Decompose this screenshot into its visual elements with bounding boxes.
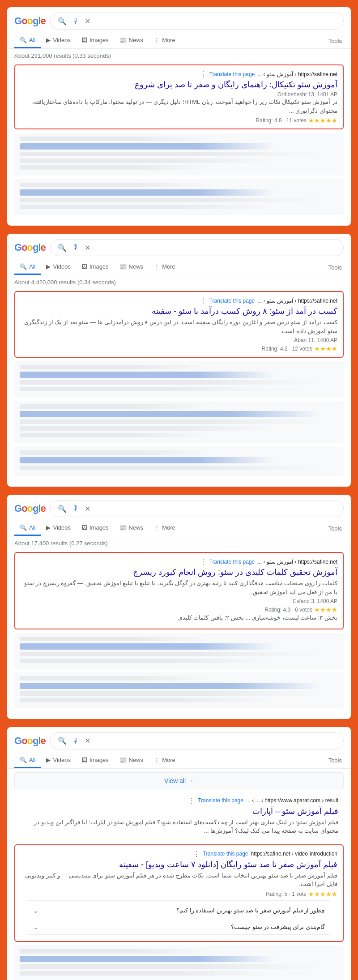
aparat-url-line: https://www.aparat.com › result › ... › … xyxy=(20,796,338,805)
search-block-2: Google کسب درآمد با سئو ✕ 🎙 🔍 🔍 All ▶ Vi… xyxy=(7,234,351,487)
tab-videos-1[interactable]: ▶ Videos xyxy=(41,33,76,48)
results-info-1: About 291,000 results (0.33 seconds) xyxy=(7,49,351,61)
rating-text-4: Rating: 5 · 1 vote xyxy=(266,891,307,897)
search-bar-2[interactable]: کسب درآمد با سئو ✕ 🎙 🔍 xyxy=(50,239,344,256)
tab-news-4[interactable]: 📰 News xyxy=(114,753,149,768)
blurred-result-3b xyxy=(14,672,344,708)
result-title-2[interactable]: کسب در آمد از سئو: ۸ روش کسب درآمد با سئ… xyxy=(21,306,337,316)
view-all-bar[interactable]: View all → xyxy=(14,772,344,789)
tab-videos-2[interactable]: ▶ Videos xyxy=(41,260,76,275)
result-snippet-2: کسب درآمد از سئو درس صفر و آغازین دوره ر… xyxy=(21,318,337,335)
result-url-3: https://safine.net › آموزش سئو › ... xyxy=(257,559,337,565)
search-submit-4[interactable]: 🔍 xyxy=(57,736,68,746)
clear-button-2[interactable]: ✕ xyxy=(84,243,91,253)
search-input-3[interactable]: آموزش کلود ریسرچ xyxy=(91,505,337,512)
blurred-result-1a xyxy=(14,133,344,175)
search-bar-4[interactable]: فیلم آموزش سئو ✕ 🎙 🔍 xyxy=(50,732,344,749)
result-snippet-1: در آموزش سئو تکنیکال نکات زیر را خواهید … xyxy=(21,98,337,115)
aparat-url: https://www.aparat.com › result › ... › … xyxy=(246,797,338,804)
chevron-icon-2: ⌄ xyxy=(33,924,38,931)
tab-tools-1[interactable]: Tools xyxy=(327,34,344,48)
aparat-more-icon[interactable]: ⋮ xyxy=(188,796,195,805)
search-input-4[interactable]: فیلم آموزش سئو xyxy=(91,737,337,745)
tab-news-1[interactable]: 📰 News xyxy=(114,33,149,48)
tab-videos-4[interactable]: ▶ Videos xyxy=(41,753,76,768)
blurred-result-2b xyxy=(14,401,344,443)
search-header-2: Google کسب درآمد با سئو ✕ 🎙 🔍 xyxy=(7,234,351,256)
google-logo: Google xyxy=(14,15,46,27)
tab-more-2[interactable]: ⋮ More xyxy=(149,260,181,275)
result-sub-snippet-3: بخش ۳: ساعت لیست، خوشه‌سازی ... بخش ۲: ی… xyxy=(21,613,337,622)
tab-all-1[interactable]: 🔍 All xyxy=(14,33,41,48)
translate-link-2[interactable]: Translate this page xyxy=(209,298,255,304)
translate-link-3[interactable]: Translate this page xyxy=(209,559,255,565)
featured-result-1: https://safine.net › آموزش سئو › ... Tra… xyxy=(14,64,344,129)
search-header-3: Google آموزش کلود ریسرچ ✕ 🎙 🔍 xyxy=(7,495,351,517)
mic-button-3[interactable]: 🎙 xyxy=(71,504,80,514)
tab-more-3[interactable]: ⋮ More xyxy=(149,521,181,536)
result-title-1[interactable]: آموزش سئو تکنیکال: راهنمای رایگان و صفر … xyxy=(21,80,337,90)
blurred-result-3a xyxy=(14,633,344,669)
blurred-result-2a xyxy=(14,361,344,397)
tab-tools-4[interactable]: Tools xyxy=(327,753,344,767)
search-block-1: Google آموزش سئو تکنیکال ✕ 🎙 🔍 🔍 All ▶ V… xyxy=(7,7,351,226)
stars-3: ★★★★ xyxy=(314,606,337,613)
tab-images-4[interactable]: 🖼 Images xyxy=(76,753,114,768)
search-tabs-4: 🔍 All ▶ Videos 🖼 Images 📰 News ⋮ More To… xyxy=(7,749,351,769)
tab-images-3[interactable]: 🖼 Images xyxy=(76,521,114,536)
search-bar-3[interactable]: آموزش کلود ریسرچ ✕ 🎙 🔍 xyxy=(50,500,344,517)
mic-button-4[interactable]: 🎙 xyxy=(71,736,80,746)
stars-row-4: ★★★★★ Rating: 5 · 1 vote xyxy=(21,890,337,898)
result-url-line-2: https://safine.net › آموزش سئو › ... Tra… xyxy=(21,296,337,305)
aparat-snippet: فیلم آموزش سئو: در لینک سازی بهتر است از… xyxy=(20,818,338,835)
translate-link-4[interactable]: Translate this page xyxy=(203,851,248,857)
google-logo-4: Google xyxy=(14,735,46,747)
more-icon-1[interactable]: ⋮ xyxy=(200,70,207,78)
stars-row-1: ★★★★★ Rating: 4.8 · 11 votes xyxy=(21,117,337,124)
result-title-4[interactable]: فیلم آموزش صفر تا صد سئو رایگان [دانلود … xyxy=(21,860,337,869)
aparat-title[interactable]: فیلم آموزش سئو – آپارات xyxy=(20,806,338,816)
more-icon-2[interactable]: ⋮ xyxy=(200,296,207,305)
stars-row-2: ★★★★ Rating: 4.2 · 12 votes xyxy=(21,345,337,352)
search-submit-2[interactable]: 🔍 xyxy=(57,243,68,253)
tab-news-3[interactable]: 📰 News xyxy=(114,521,149,536)
tab-all-2[interactable]: 🔍 All xyxy=(14,260,41,275)
more-icon-4[interactable]: ⋮ xyxy=(193,850,200,858)
tab-more-4[interactable]: ⋮ More xyxy=(149,753,181,768)
clear-button-1[interactable]: ✕ xyxy=(84,16,91,26)
search-tabs-1: 🔍 All ▶ Videos 🖼 Images 📰 News ⋮ More To… xyxy=(7,30,351,49)
search-bar-1[interactable]: آموزش سئو تکنیکال ✕ 🎙 🔍 xyxy=(50,13,344,30)
search-input-1[interactable]: آموزش سئو تکنیکال xyxy=(91,17,337,25)
stars-2: ★★★★ xyxy=(314,345,337,352)
all-icon-1: 🔍 xyxy=(20,37,27,43)
tab-news-2[interactable]: 📰 News xyxy=(114,260,149,275)
aparat-result: https://www.aparat.com › result › ... › … xyxy=(14,793,344,841)
tab-images-1[interactable]: 🖼 Images xyxy=(76,33,114,48)
result-title-3[interactable]: آموزش تحقیق کلمات کلیدی در سئو: روش انجا… xyxy=(21,567,337,577)
tab-tools-3[interactable]: Tools xyxy=(327,522,344,535)
translate-link-1[interactable]: Translate this page xyxy=(209,71,255,77)
tab-all-4[interactable]: 🔍 All xyxy=(14,753,41,768)
tab-all-3[interactable]: 🔍 All xyxy=(14,521,41,536)
rating-text-1: Rating: 4.8 · 11 votes xyxy=(256,117,307,124)
clear-button-4[interactable]: ✕ xyxy=(84,736,91,746)
tab-images-2[interactable]: 🖼 Images xyxy=(76,260,114,275)
expandable-item-2[interactable]: گام‌بندی برای پیشرفت در سئو چیست؟ ⌄ xyxy=(28,920,330,935)
mic-button-2[interactable]: 🎙 xyxy=(71,243,80,252)
more-icon-3[interactable]: ⋮ xyxy=(200,557,207,566)
tab-tools-2[interactable]: Tools xyxy=(327,261,344,274)
tab-videos-3[interactable]: ▶ Videos xyxy=(41,521,76,536)
chevron-icon-1: ⌄ xyxy=(33,907,38,914)
results-info-3: About 17,400 results (0.27 seconds) xyxy=(7,536,351,548)
search-input-2[interactable]: کسب درآمد با سئو xyxy=(91,244,337,251)
search-header-4: Google فیلم آموزش سئو ✕ 🎙 🔍 xyxy=(7,727,351,749)
clear-button-3[interactable]: ✕ xyxy=(84,504,91,514)
aparat-translate-link[interactable]: Translate this page xyxy=(198,797,243,804)
mic-button-1[interactable]: 🎙 xyxy=(71,16,80,26)
tab-more-1[interactable]: ⋮ More xyxy=(149,33,181,48)
expandable-item-1[interactable]: چطور از فیلم آموزش صفر تا صد سئو بهترین … xyxy=(28,903,330,918)
search-submit-3[interactable]: 🔍 xyxy=(57,504,68,514)
search-submit-1[interactable]: 🔍 xyxy=(57,16,68,26)
google-logo-3: Google xyxy=(14,503,46,514)
featured-result-4: https://safine.net › video-introduction … xyxy=(14,844,344,942)
